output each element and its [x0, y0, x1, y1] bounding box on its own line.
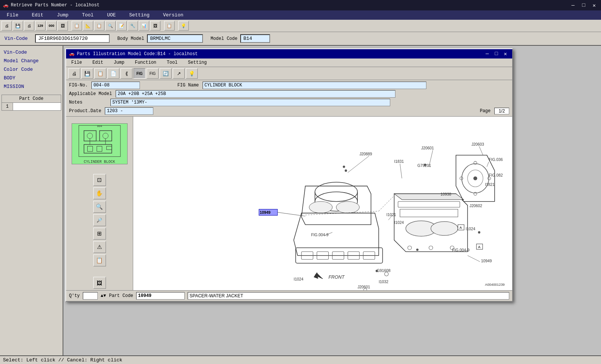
tool-bottom[interactable]: 🖼: [93, 277, 106, 289]
tb-icon10[interactable]: 📝: [116, 21, 127, 31]
svg-text:004: 004: [97, 125, 102, 128]
left-tools: ⊡ ✋ 🔍 🔎 ⊞ ⚠ 📋: [66, 171, 133, 269]
tool-notes[interactable]: 📋: [93, 254, 106, 266]
vin-panel: Vin-Code Body Model Model Code: [0, 32, 601, 46]
dtb-copy[interactable]: 📄: [107, 68, 119, 79]
tb-icon9[interactable]: 🔍: [105, 21, 116, 31]
applicable-model-input[interactable]: [116, 90, 395, 98]
sidebar-item-mission[interactable]: MISSION: [1, 83, 61, 90]
thumbnail-image[interactable]: 004 CYLINDER BLOCK: [72, 123, 128, 164]
dialog-minimize[interactable]: —: [483, 51, 491, 57]
main-content: Vin-Code Model Change Color Code BODY MI…: [0, 46, 601, 364]
thumbnail-svg: 004: [75, 124, 124, 158]
minimize-button[interactable]: —: [569, 1, 577, 9]
dtb-print[interactable]: 🖨: [68, 68, 80, 79]
maximize-button[interactable]: □: [580, 1, 587, 9]
menu-edit[interactable]: Edit: [25, 12, 50, 19]
svg-text:A: A: [478, 245, 481, 249]
dialog-icon: 🚗: [69, 51, 75, 57]
svg-point-29: [431, 222, 458, 235]
tb-icon5[interactable]: 🖼: [57, 21, 68, 31]
tb-print2[interactable]: 🖨: [24, 21, 34, 31]
dialog-fields-area: FIG-No. FIG Name Applicable Model Notes: [66, 80, 512, 117]
tb-icon15[interactable]: 💡: [178, 21, 189, 31]
dialog-close[interactable]: ✕: [502, 51, 509, 57]
tool-fit[interactable]: ⊞: [93, 228, 106, 240]
menu-uoe[interactable]: UOE: [100, 12, 122, 19]
part-desc-input[interactable]: [188, 292, 509, 300]
dialog-menu-jump[interactable]: Jump: [109, 59, 130, 66]
fig-name-input[interactable]: [203, 82, 426, 89]
qty-stepper[interactable]: ▲▼: [101, 293, 106, 298]
svg-text:FIG.004-9: FIG.004-9: [452, 248, 470, 252]
fig-row: FIG-No. FIG Name: [69, 82, 509, 89]
page-input[interactable]: [494, 108, 509, 114]
dialog-toolbar: 🖨 💾 📋 📄 ⟪ FIG FIG 🔄 ↗ 💡: [66, 67, 512, 80]
fig-no-input[interactable]: [91, 82, 140, 89]
model-code-input[interactable]: [240, 34, 270, 43]
dtb-info[interactable]: 💡: [186, 68, 198, 79]
menu-jump[interactable]: Jump: [50, 12, 75, 19]
parts-illustration-dialog: 🚗 Parts Illustration Model Code:B14 - lo…: [65, 48, 513, 302]
dialog-menu-tool[interactable]: Tool: [162, 59, 183, 66]
qty-input[interactable]: [83, 292, 98, 300]
dialog-menu-edit[interactable]: Edit: [87, 59, 109, 66]
tb-129[interactable]: 129: [35, 21, 46, 31]
part-code-header: Part Code: [2, 95, 61, 103]
svg-point-80: [343, 166, 345, 168]
app-icon: 🚗: [3, 3, 9, 8]
dialog-left-panel: 004 CYLINDER BLOCK ⊡ ✋ 🔍 🔎 ⊞ ⚠: [66, 117, 133, 290]
tool-zoom-out[interactable]: 🔎: [93, 214, 106, 226]
tool-zoom-in[interactable]: 🔍: [93, 201, 106, 213]
dtb-rotate[interactable]: 🔄: [160, 68, 172, 79]
parts-diagram-svg: FRONT: [133, 117, 512, 290]
tb-icon6[interactable]: 📋: [72, 21, 82, 31]
dtb-clipboard[interactable]: 📋: [94, 68, 106, 79]
close-button[interactable]: ✕: [591, 1, 598, 9]
svg-text:J20889: J20889: [359, 152, 372, 156]
vin-code-input[interactable]: [35, 34, 110, 43]
sidebar-item-body[interactable]: BODY: [1, 75, 61, 82]
body-model-input[interactable]: [147, 34, 203, 43]
vin-code-label: Vin-Code: [4, 36, 28, 41]
dialog-body: 004 CYLINDER BLOCK ⊡ ✋ 🔍 🔎 ⊞ ⚠: [66, 117, 512, 290]
dialog-menu-file[interactable]: File: [66, 59, 87, 66]
svg-text:I1024: I1024: [466, 227, 475, 231]
tb-icon12[interactable]: 📊: [139, 21, 149, 31]
menu-tool[interactable]: Tool: [75, 12, 100, 19]
dtb-fig-active[interactable]: FIG: [134, 68, 145, 79]
menu-setting[interactable]: Setting: [122, 12, 156, 19]
table-row: 1: [2, 103, 61, 110]
dialog-menu-setting[interactable]: Setting: [183, 59, 212, 66]
menu-file[interactable]: File: [0, 12, 25, 19]
svg-text:J20601: J20601: [421, 146, 434, 150]
title-bar-left: 🚗 Retrieve Parts Number - localhost: [3, 3, 100, 8]
tb-icon11[interactable]: 🔧: [128, 21, 138, 31]
tb-icon14[interactable]: 📋: [164, 21, 175, 31]
tb-icon13[interactable]: 🖼: [150, 21, 160, 31]
dialog-maximize[interactable]: □: [492, 51, 500, 57]
illustration-area[interactable]: FRONT: [133, 117, 512, 290]
part-code-cell: [13, 105, 61, 108]
menu-version[interactable]: Version: [156, 12, 190, 19]
sidebar-item-color-code[interactable]: Color Code: [1, 66, 61, 73]
sidebar-item-model-change[interactable]: Model Change: [1, 57, 61, 64]
tool-select[interactable]: ⊡: [93, 174, 106, 186]
dialog-menu-function[interactable]: Function: [129, 59, 162, 66]
dtb-arrow[interactable]: ↗: [173, 68, 185, 79]
dtb-save[interactable]: 💾: [81, 68, 93, 79]
tool-warning[interactable]: ⚠: [93, 241, 106, 253]
tb-000[interactable]: 000: [46, 21, 57, 31]
tool-hand[interactable]: ✋: [93, 187, 106, 199]
dtb-prev[interactable]: ⟪: [120, 68, 132, 79]
tb-print[interactable]: 🖨: [1, 21, 12, 31]
svg-text:A: A: [460, 226, 462, 230]
tb-save[interactable]: 💾: [13, 21, 23, 31]
dtb-fig-next[interactable]: FIG: [147, 68, 159, 79]
tb-icon8[interactable]: 📋: [94, 21, 104, 31]
part-code-value-input[interactable]: [136, 292, 185, 300]
notes-input[interactable]: [110, 99, 390, 106]
tb-icon7[interactable]: 📐: [83, 21, 93, 31]
sidebar-item-vin-code[interactable]: Vin-Code: [1, 49, 61, 56]
product-date-input[interactable]: [105, 107, 153, 115]
